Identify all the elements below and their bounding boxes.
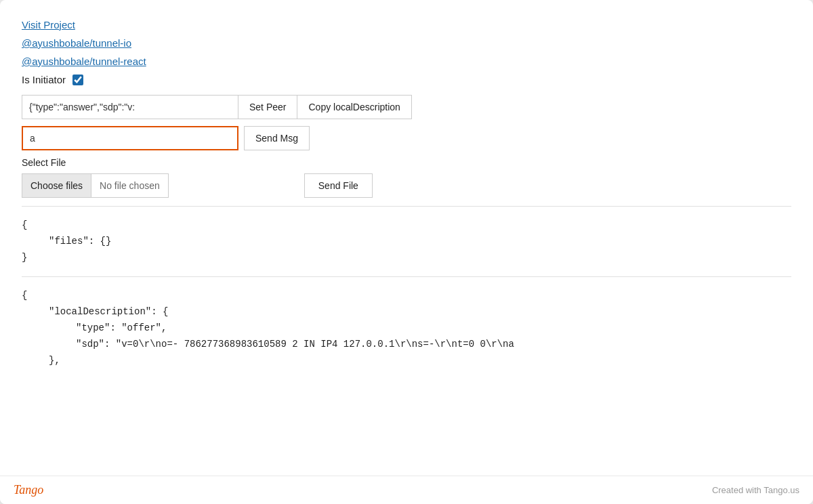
output-line: "sdp": "v=0\r\no=- 786277368983610589 2 … [22,337,791,353]
output-line: { [22,288,791,304]
file-row: Choose files No file chosen Send File [22,173,791,198]
footer: Tango Created with Tango.us [0,476,813,504]
output-line: { [22,217,791,234]
tango-logo: Tango [14,483,43,497]
file-input-wrapper: Choose files No file chosen [22,173,169,198]
sdp-input[interactable] [22,95,238,119]
message-input[interactable] [22,126,238,150]
initiator-label: Is Initiator [22,74,66,85]
output-line: "type": "offer", [22,320,791,337]
tunnel-io-link[interactable]: @ayushbobale/tunnel-io [22,37,791,49]
output-block-2: { "localDescription": { "type": "offer",… [22,288,791,379]
output-line: "localDescription": { [22,304,791,320]
output-line: } [22,250,791,266]
output-block-1: { "files": {} } [22,217,791,277]
footer-credit: Created with Tango.us [712,485,799,495]
send-msg-button[interactable]: Send Msg [244,126,310,150]
no-file-text: No file chosen [91,180,168,191]
copy-local-description-button[interactable]: Copy localDescription [297,95,411,119]
initiator-row: Is Initiator [22,74,791,85]
set-peer-button[interactable]: Set Peer [238,95,297,119]
output-line: }, [22,353,791,369]
tunnel-react-link[interactable]: @ayushbobale/tunnel-react [22,56,791,67]
visit-project-link[interactable]: Visit Project [22,19,791,30]
select-file-label: Select File [22,157,791,168]
sdp-controls-row: Set Peer Copy localDescription [22,95,791,119]
message-row: Send Msg [22,126,791,150]
send-file-button[interactable]: Send File [304,173,373,198]
output-line: "files": {} [22,234,791,250]
output-area: { "files": {} } { "localDescription": { … [22,206,791,379]
initiator-checkbox[interactable] [72,75,83,85]
choose-files-button[interactable]: Choose files [22,174,91,197]
